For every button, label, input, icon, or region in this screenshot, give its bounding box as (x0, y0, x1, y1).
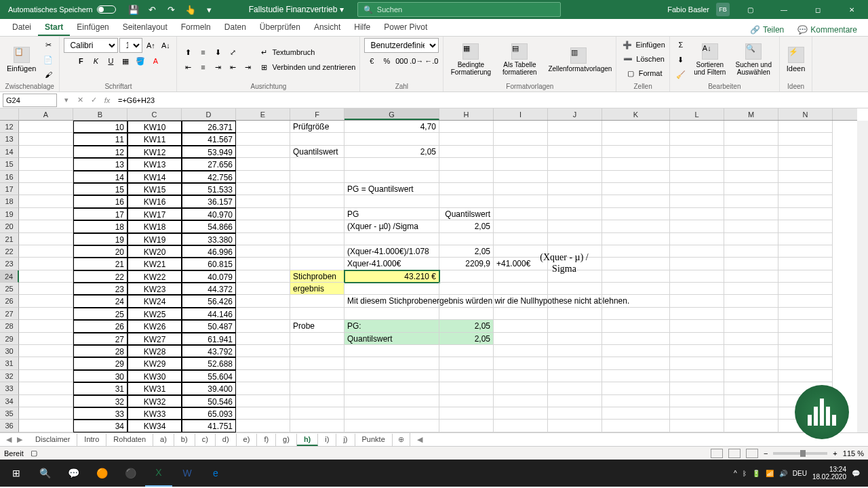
cell-E32[interactable] (236, 370, 290, 382)
cell-D25[interactable]: 44.372 (182, 283, 236, 295)
cell-M22[interactable] (724, 245, 778, 258)
cell-C31[interactable]: KW29 (127, 357, 182, 369)
cell-E35[interactable] (236, 407, 290, 420)
cell-H25[interactable] (439, 283, 494, 295)
app-icon-2[interactable]: 🟠 (88, 460, 115, 487)
cell-B15[interactable]: 13 (73, 158, 127, 170)
cell-J21[interactable] (548, 233, 602, 245)
close-button[interactable]: ✕ (838, 0, 865, 19)
cell-B24[interactable]: 22 (73, 270, 127, 283)
zoom-level[interactable]: 115 % (843, 449, 864, 458)
qat-more-icon[interactable]: ▾ (204, 4, 215, 15)
cell-H34[interactable] (439, 395, 494, 407)
cell-E29[interactable] (236, 333, 290, 345)
cell-H33[interactable] (439, 382, 494, 394)
delete-cells-button[interactable]: ➖Löschen (621, 52, 665, 66)
redo-icon[interactable]: ↷ (166, 4, 177, 15)
cell-L20[interactable] (670, 220, 724, 232)
cell-J19[interactable] (548, 208, 602, 220)
user-name[interactable]: Fabio Basler (667, 5, 709, 14)
cell-A27[interactable] (19, 308, 73, 320)
formula-input[interactable] (114, 94, 868, 107)
cell-A18[interactable] (19, 195, 73, 207)
cell-B16[interactable]: 14 (73, 171, 127, 183)
row-header-36[interactable]: 36 (0, 420, 19, 432)
cell-H18[interactable] (439, 195, 494, 207)
cell-G32[interactable] (344, 370, 439, 382)
cell-M26[interactable] (724, 295, 778, 307)
undo-icon[interactable]: ↶ (147, 4, 158, 15)
cell-J12[interactable] (548, 121, 602, 133)
cell-K17[interactable] (602, 183, 670, 195)
cell-B36[interactable]: 34 (73, 420, 127, 432)
cell-L12[interactable] (670, 121, 724, 133)
cell-K28[interactable] (602, 320, 670, 332)
col-header-H[interactable]: H (439, 108, 494, 120)
cell-E21[interactable] (236, 233, 290, 245)
cell-K27[interactable] (602, 308, 670, 320)
cell-N19[interactable] (778, 208, 833, 220)
cell-A23[interactable] (19, 258, 73, 270)
cell-H30[interactable] (439, 345, 494, 357)
cell-B20[interactable]: 18 (73, 220, 127, 232)
row-header-21[interactable]: 21 (0, 233, 19, 245)
user-avatar[interactable]: FB (716, 3, 730, 16)
cell-J31[interactable] (548, 357, 602, 369)
ribbon-tab-seitenlayout[interactable]: Seitenlayout (116, 20, 174, 36)
cell-A12[interactable] (19, 121, 73, 133)
share-button[interactable]: 🔗 Teilen (745, 24, 789, 36)
start-button[interactable]: ⊞ (3, 460, 30, 487)
cell-F27[interactable] (290, 308, 344, 320)
col-header-N[interactable]: N (778, 108, 833, 120)
name-box[interactable]: G24 (3, 94, 57, 107)
cell-F24[interactable]: Stichproben (290, 270, 344, 283)
cell-G26[interactable]: Mit diesem Stichprobenergebnis würden wi… (344, 295, 439, 307)
cell-H29[interactable]: 2,05 (439, 333, 494, 345)
cell-J29[interactable] (548, 333, 602, 345)
tray-clock[interactable]: 13:2418.02.2020 (812, 466, 846, 481)
cell-K16[interactable] (602, 171, 670, 183)
cell-I12[interactable] (494, 121, 548, 133)
align-right-icon[interactable]: ⇥ (211, 60, 224, 74)
cell-J20[interactable] (548, 220, 602, 232)
cell-L36[interactable] (670, 420, 724, 432)
cell-D23[interactable]: 60.815 (182, 258, 236, 270)
ribbon-tab-überprüfen[interactable]: Überprüfen (253, 20, 307, 36)
cell-E23[interactable] (236, 258, 290, 270)
cell-M15[interactable] (724, 158, 778, 170)
cell-K25[interactable] (602, 283, 670, 295)
row-header-13[interactable]: 13 (0, 133, 19, 145)
cell-B29[interactable]: 27 (73, 333, 127, 345)
tray-volume-icon[interactable]: 🔊 (779, 470, 787, 477)
row-header-23[interactable]: 23 (0, 258, 19, 270)
row-header-17[interactable]: 17 (0, 183, 19, 195)
cell-D12[interactable]: 26.371 (182, 121, 236, 133)
cell-J16[interactable] (548, 171, 602, 183)
cell-H24[interactable] (439, 270, 494, 283)
font-color-icon[interactable]: A (149, 54, 162, 68)
decrease-font-icon[interactable]: A↓ (159, 39, 172, 52)
cell-C36[interactable]: KW34 (127, 420, 182, 432)
cell-F22[interactable] (290, 245, 344, 258)
cell-F30[interactable] (290, 345, 344, 357)
cell-C21[interactable]: KW19 (127, 233, 182, 245)
cell-E26[interactable] (236, 295, 290, 307)
cell-L17[interactable] (670, 183, 724, 195)
ribbon-tab-ansicht[interactable]: Ansicht (307, 20, 347, 36)
cell-E19[interactable] (236, 208, 290, 220)
cell-G13[interactable] (344, 133, 439, 145)
cell-F33[interactable] (290, 382, 344, 394)
font-name-select[interactable]: Calibri (64, 38, 118, 53)
cell-I19[interactable] (494, 208, 548, 220)
cell-G29[interactable]: Quantilswert (344, 333, 439, 345)
cell-C16[interactable]: KW14 (127, 171, 182, 183)
ribbon-tab-formeln[interactable]: Formeln (174, 20, 218, 36)
cell-B26[interactable]: 24 (73, 295, 127, 307)
cell-J27[interactable] (548, 308, 602, 320)
edge-task-icon[interactable]: e (202, 460, 229, 487)
cell-J15[interactable] (548, 158, 602, 170)
cell-I31[interactable] (494, 357, 548, 369)
cell-E13[interactable] (236, 133, 290, 145)
cell-I13[interactable] (494, 133, 548, 145)
cell-F18[interactable] (290, 195, 344, 207)
